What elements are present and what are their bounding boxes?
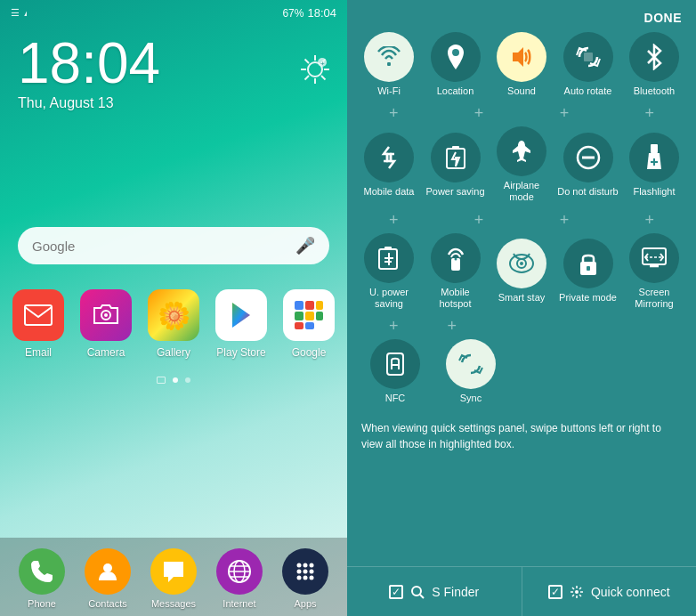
- qs-upower[interactable]: U. power saving: [358, 233, 420, 310]
- private-button[interactable]: [563, 239, 613, 288]
- svg-rect-47: [651, 144, 658, 153]
- search-label: Google: [32, 239, 75, 254]
- svg-point-35: [310, 570, 314, 574]
- qs-hotspot[interactable]: Mobile hotspot: [425, 233, 487, 310]
- mirror-button[interactable]: [629, 233, 679, 283]
- app-camera[interactable]: Camera: [80, 289, 132, 359]
- wifi-button[interactable]: [364, 32, 414, 82]
- qs-autorotate[interactable]: Auto rotate: [557, 32, 619, 97]
- qs-row-3: U. power saving Mobile hotspot: [358, 233, 685, 310]
- flashlight-button[interactable]: [629, 133, 679, 182]
- clock-time: 18:04: [18, 35, 329, 92]
- qs-smart[interactable]: Smart stay: [490, 239, 553, 304]
- smart-button[interactable]: [497, 239, 546, 288]
- hotspot-button[interactable]: [431, 233, 481, 283]
- svg-point-30: [297, 563, 302, 568]
- app-google[interactable]: Google: [283, 289, 335, 359]
- dock-messages[interactable]: Messages: [150, 548, 197, 609]
- sfinder-button[interactable]: ✓ S Finder: [347, 567, 522, 616]
- svg-point-37: [303, 576, 308, 580]
- qs-bluetooth[interactable]: Bluetooth: [623, 32, 685, 97]
- brightness-icon[interactable]: +: [299, 53, 331, 92]
- qs-wifi[interactable]: Wi-Fi: [358, 32, 420, 97]
- qs-private[interactable]: Private mode: [557, 239, 619, 304]
- sound-label: Sound: [507, 85, 536, 97]
- plus-divider-1: ++++: [358, 101, 685, 126]
- email-label: Email: [25, 346, 52, 359]
- qs-mirror[interactable]: Screen Mirroring: [623, 233, 685, 310]
- svg-rect-62: [587, 266, 590, 271]
- svg-rect-21: [305, 322, 314, 329]
- mic-icon[interactable]: 🎤: [295, 236, 315, 255]
- phone-label: Phone: [28, 598, 56, 609]
- gallery-icon: 🌼: [148, 289, 199, 341]
- upower-label: U. power saving: [358, 287, 420, 310]
- dock-apps[interactable]: Apps: [282, 548, 328, 609]
- autorotate-button[interactable]: [563, 32, 613, 82]
- wifi-label: Wi-Fi: [377, 85, 401, 97]
- svg-point-38: [310, 576, 314, 580]
- bluetooth-label: Bluetooth: [634, 85, 675, 97]
- qs-location[interactable]: Location: [425, 32, 487, 97]
- contacts-label: Contacts: [88, 598, 126, 609]
- nfc-button[interactable]: [370, 339, 420, 389]
- status-time-right: 18:04: [307, 6, 336, 20]
- dock-phone[interactable]: Phone: [19, 548, 65, 609]
- bluetooth-button[interactable]: [629, 32, 679, 82]
- svg-rect-19: [305, 312, 314, 320]
- internet-icon: [216, 548, 263, 595]
- flashlight-label: Flashlight: [633, 186, 675, 198]
- dock-internet[interactable]: Internet: [216, 548, 263, 609]
- app-playstore[interactable]: Play Store: [215, 289, 267, 359]
- qs-flashlight[interactable]: Flashlight: [623, 133, 685, 198]
- qs-airplane[interactable]: Airplane mode: [490, 126, 553, 203]
- svg-line-77: [572, 588, 574, 589]
- quickconnect-button[interactable]: ✓ Quick connect: [522, 567, 697, 616]
- nav-dot-2: [173, 377, 178, 383]
- svg-rect-12: [25, 305, 52, 325]
- location-button[interactable]: [431, 32, 481, 82]
- qs-sound[interactable]: Sound: [490, 32, 553, 97]
- svg-point-39: [387, 62, 391, 66]
- qs-mobiledata[interactable]: Mobile data: [358, 133, 420, 198]
- messages-label: Messages: [151, 598, 196, 609]
- qs-powersaving[interactable]: Power saving: [425, 133, 487, 198]
- qs-sync[interactable]: Sync: [440, 339, 502, 404]
- dnd-button[interactable]: [563, 133, 613, 182]
- svg-rect-18: [295, 312, 303, 320]
- svg-line-6: [305, 60, 310, 64]
- internet-label: Internet: [223, 598, 255, 609]
- svg-line-7: [321, 76, 326, 80]
- sound-button[interactable]: [497, 32, 546, 82]
- phone-icon: [19, 548, 65, 595]
- quickconnect-checkbox[interactable]: ✓: [548, 585, 562, 599]
- clock-area: 18:04 Thu, August 13: [0, 26, 347, 120]
- svg-rect-17: [305, 301, 314, 310]
- contacts-icon: [85, 548, 131, 595]
- airplane-button[interactable]: [497, 126, 546, 176]
- qs-dnd[interactable]: Do not disturb: [557, 133, 619, 198]
- dock-contacts[interactable]: Contacts: [85, 548, 131, 609]
- search-bar[interactable]: Google 🎤: [18, 227, 329, 264]
- svg-point-72: [575, 590, 579, 594]
- qs-nfc[interactable]: NFC: [364, 339, 426, 404]
- qs-bottom-bar: ✓ S Finder ✓ Quick connect: [347, 566, 696, 616]
- camera-label: Camera: [87, 346, 125, 359]
- app-email[interactable]: Email: [12, 289, 64, 359]
- svg-marker-41: [513, 47, 523, 67]
- nav-dot-3: [185, 377, 190, 383]
- gallery-label: Gallery: [157, 346, 190, 359]
- svg-point-36: [297, 576, 302, 580]
- clock-date: Thu, August 13: [18, 95, 329, 111]
- svg-rect-42: [584, 53, 593, 61]
- qs-grid: Wi-Fi Location: [347, 32, 696, 404]
- private-label: Private mode: [559, 292, 617, 304]
- upower-button[interactable]: [364, 233, 414, 283]
- app-gallery[interactable]: 🌼 Gallery: [148, 289, 199, 359]
- powersaving-button[interactable]: [431, 133, 481, 182]
- done-button[interactable]: DONE: [644, 11, 682, 25]
- sfinder-checkbox[interactable]: ✓: [389, 585, 403, 599]
- mobiledata-button[interactable]: [364, 133, 414, 182]
- battery-icon: 67%: [282, 7, 303, 20]
- sync-button[interactable]: [446, 339, 496, 389]
